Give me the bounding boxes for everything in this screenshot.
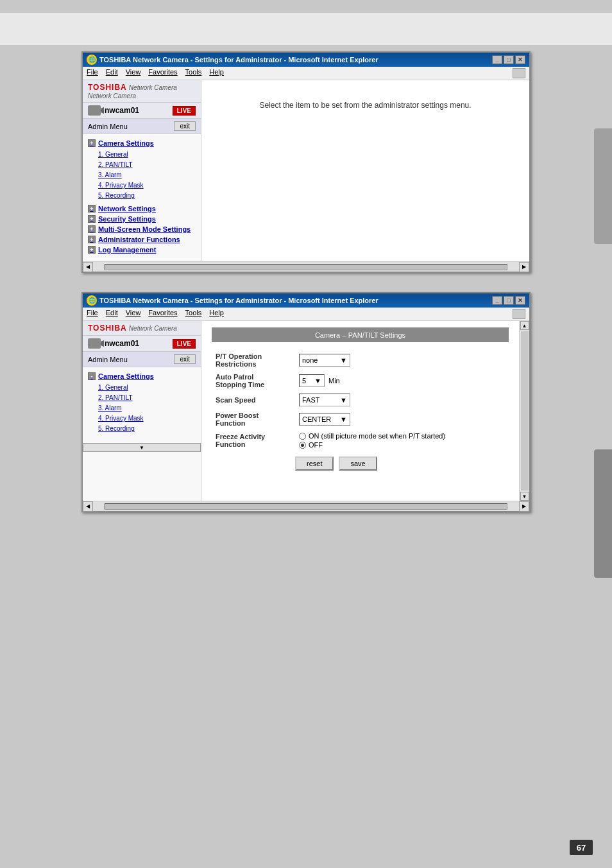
menu-file-2[interactable]: File: [87, 309, 98, 319]
menubar-2: File Edit View Favorites Tools Help: [83, 308, 529, 321]
menu-tools-1[interactable]: Tools: [185, 68, 202, 78]
security-settings-title-1[interactable]: + Security Settings: [88, 215, 196, 223]
sub-item-recording-1[interactable]: 5. Recording: [98, 191, 196, 201]
close-button-2[interactable]: ✕: [515, 296, 525, 305]
table-row-freeze-activity: Freeze ActivityFunction ON (still pictur…: [212, 430, 509, 451]
network-settings-title-1[interactable]: + Network Settings: [88, 205, 196, 213]
select-auto-patrol[interactable]: 5 ▼: [299, 374, 325, 387]
menu-favorites-2[interactable]: Favorites: [148, 309, 177, 319]
table-row-power-boost: Power BoostFunction CENTER ▼: [212, 409, 509, 430]
label-pt-restrictions: P/T OperationRestrictions: [212, 350, 295, 370]
titlebar-left-1: 🌐 TOSHIBA Network Camera - Settings for …: [87, 55, 378, 65]
select-power-boost[interactable]: CENTER ▼: [299, 413, 350, 426]
expand-icon-admin-1[interactable]: +: [88, 236, 96, 243]
settings-title-2: Camera – PAN/TILT Settings: [212, 327, 509, 342]
scrollbar-track-2[interactable]: [105, 503, 507, 510]
dropdown-auto-patrol[interactable]: 5 ▼ Min: [299, 374, 505, 387]
titlebar-buttons-1[interactable]: _ □ ✕: [492, 55, 525, 64]
close-button-1[interactable]: ✕: [515, 55, 525, 64]
menu-edit-1[interactable]: Edit: [106, 68, 118, 78]
radio-on[interactable]: [299, 433, 306, 440]
vscroll-down-btn-2[interactable]: ▼: [520, 492, 529, 501]
reset-button-2[interactable]: reset: [295, 456, 334, 471]
browser-content-2: TOSHIBA Network Camera nwcam01 LIVE Admi…: [83, 321, 519, 501]
menu-favorites-1[interactable]: Favorites: [148, 68, 177, 78]
browser-window-1: 🌐 TOSHIBA Network Camera - Settings for …: [81, 51, 531, 273]
menu-view-1[interactable]: View: [126, 68, 141, 78]
menu-edit-2[interactable]: Edit: [106, 309, 118, 319]
scroll-right-btn-1[interactable]: ▶: [519, 262, 529, 272]
sub-item-general-2[interactable]: 1. General: [98, 383, 196, 393]
menu-view-2[interactable]: View: [126, 309, 141, 319]
expand-icon-multiscreen-1[interactable]: +: [88, 225, 96, 233]
h-scrollbar-1[interactable]: ◀ ▶: [83, 261, 529, 272]
page-container: 🌐 TOSHIBA Network Camera - Settings for …: [0, 0, 612, 868]
dropdown-scan-speed[interactable]: FAST ▼: [299, 394, 505, 406]
v-scrollbar-2[interactable]: ▲ ▼: [519, 321, 529, 501]
camera-icon-2: [88, 338, 101, 349]
save-button-2[interactable]: save: [339, 456, 377, 471]
main-content-1: Select the item to be set from the admin…: [201, 80, 529, 261]
toolbar-icon-1[interactable]: [513, 68, 525, 78]
log-management-title-1[interactable]: + Log Management: [88, 246, 196, 254]
select-pt-restrictions[interactable]: none ▼: [299, 354, 350, 367]
camera-settings-title-2[interactable]: - Camera Settings: [88, 372, 196, 380]
scrollbar-track-1[interactable]: [105, 264, 507, 270]
username-2: nwcam01: [105, 339, 169, 348]
welcome-text-1: Select the item to be set from the admin…: [209, 101, 522, 110]
sub-item-general-1[interactable]: 1. General: [98, 150, 196, 160]
dropdown-power-boost[interactable]: CENTER ▼: [299, 413, 505, 426]
multiscreen-settings-title-1[interactable]: + Multi-Screen Mode Settings: [88, 225, 196, 233]
admin-menu-row-1: Admin Menu exit: [83, 119, 201, 134]
scroll-right-btn-2[interactable]: ▶: [519, 501, 529, 512]
minimize-button-1[interactable]: _: [492, 55, 502, 64]
sub-item-recording-2[interactable]: 5. Recording: [98, 424, 196, 434]
menu-file-1[interactable]: File: [87, 68, 98, 78]
sub-item-pantilt-1[interactable]: 2. PAN/TILT: [98, 160, 196, 170]
minimize-button-2[interactable]: _: [492, 296, 502, 305]
sidebar-header-2: TOSHIBA Network Camera: [83, 321, 201, 336]
toshiba-logo-1: TOSHIBA: [88, 83, 127, 92]
admin-menu-label-2: Admin Menu: [88, 356, 128, 363]
sub-item-alarm-1[interactable]: 3. Alarm: [98, 170, 196, 180]
label-auto-patrol: Auto PatrolStopping Time: [212, 370, 295, 391]
admin-functions-title-1[interactable]: + Administrator Functions: [88, 236, 196, 243]
vscroll-up-btn-2[interactable]: ▲: [520, 321, 529, 330]
radio-row-off: OFF: [299, 441, 505, 449]
menu-tools-2[interactable]: Tools: [185, 309, 202, 319]
sub-item-privacymask-2[interactable]: 4. Privacy Mask: [98, 413, 196, 424]
expand-icon-log-1[interactable]: +: [88, 246, 96, 254]
button-row-2: reset save: [212, 456, 509, 471]
select-scan-speed[interactable]: FAST ▼: [299, 394, 350, 406]
menu-help-1[interactable]: Help: [209, 68, 224, 78]
menubar-1: File Edit View Favorites Tools Help: [83, 67, 529, 80]
radio-off[interactable]: [299, 442, 306, 449]
h-scrollbar-2[interactable]: ◀ ▶: [83, 501, 529, 511]
scroll-left-btn-1[interactable]: ◀: [83, 262, 93, 272]
expand-icon-network-1[interactable]: +: [88, 205, 96, 213]
expand-icon-security-1[interactable]: +: [88, 215, 96, 223]
exit-button-1[interactable]: exit: [174, 121, 196, 131]
exit-button-2[interactable]: exit: [174, 354, 196, 364]
titlebar-buttons-2[interactable]: _ □ ✕: [492, 296, 525, 305]
toolbar-icon-2[interactable]: [513, 309, 525, 319]
menu-help-2[interactable]: Help: [209, 309, 224, 319]
camera-settings-section-1: + Camera Settings 1. General 2. PAN/TILT…: [88, 139, 196, 201]
expand-icon-camera-2[interactable]: -: [88, 372, 96, 380]
maximize-button-1[interactable]: □: [504, 55, 514, 64]
sidebar-2: TOSHIBA Network Camera nwcam01 LIVE Admi…: [83, 321, 201, 501]
maximize-button-2[interactable]: □: [504, 296, 514, 305]
sub-item-alarm-2[interactable]: 3. Alarm: [98, 403, 196, 413]
dropdown-pt-restrictions[interactable]: none ▼: [299, 354, 505, 367]
scroll-left-btn-2[interactable]: ◀: [83, 501, 93, 512]
browser-icon-1: 🌐: [87, 55, 97, 65]
sidebar-1: TOSHIBA Network Camera Network Camera nw…: [83, 80, 201, 261]
sidebar-scroll-down-2[interactable]: ▼: [83, 443, 201, 452]
camera-settings-title-1[interactable]: + Camera Settings: [88, 139, 196, 147]
live-badge-1: LIVE: [173, 106, 196, 116]
sidebar-menu-2: - Camera Settings 1. General 2. PAN/TILT…: [83, 367, 201, 443]
sub-item-privacymask-1[interactable]: 4. Privacy Mask: [98, 180, 196, 191]
sub-item-pantilt-2[interactable]: 2. PAN/TILT: [98, 393, 196, 403]
titlebar-2: 🌐 TOSHIBA Network Camera - Settings for …: [83, 293, 529, 308]
expand-icon-camera-1[interactable]: +: [88, 139, 96, 147]
